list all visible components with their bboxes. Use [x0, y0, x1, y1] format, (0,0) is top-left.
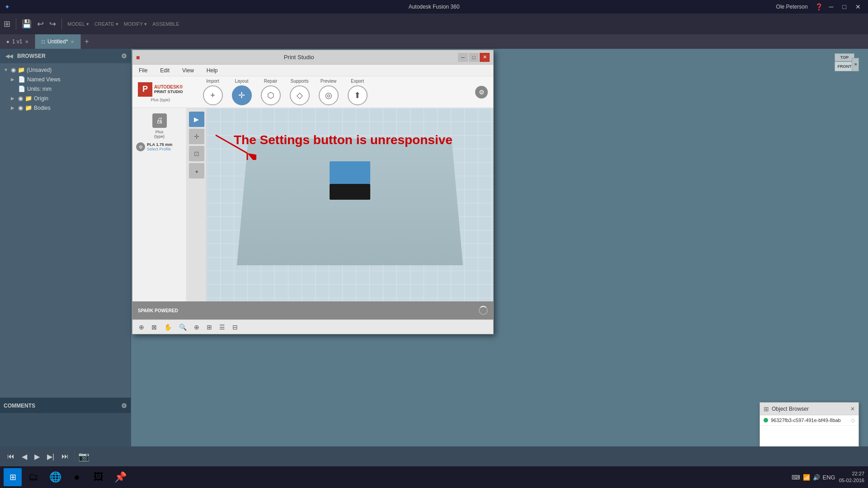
toolbar-row: ⊞ 💾 ↩ ↪ MODEL ▾ CREATE ▾ MODIFY ▾ ASSEMB… [0, 14, 868, 34]
ps-tool-export: Export ⬆ [348, 79, 368, 105]
ps-bt-view[interactable]: ⊟ [230, 323, 241, 332]
modify-btn[interactable]: MODIFY ▾ [124, 21, 147, 27]
toolbar-sep-2 [61, 19, 62, 29]
redo-icon[interactable]: ↪ [49, 19, 56, 29]
viewport-area: TOP FRONT R ■ Print Studio ─ □ ✕ File Ed… [131, 49, 868, 488]
sidebar-nav-arrows: ◀◀ [4, 52, 14, 60]
ob-icon: ⊞ [764, 405, 769, 413]
taskbar-browser[interactable]: 🌐 [45, 467, 65, 487]
tab-1v1-close[interactable]: ✕ [25, 39, 28, 44]
ps-tool-scale-btn[interactable]: ⊡ [189, 146, 204, 161]
tree-item-root[interactable]: ▼ ◉ 📁 (Unsaved) [0, 65, 131, 75]
maximize-btn[interactable]: □ [840, 3, 849, 10]
ps-tool-buttons: Import + Layout ✛ Repair ⬡ Supports ◇ [199, 79, 371, 105]
ps-bt-pan[interactable]: ✋ [161, 323, 175, 332]
new-tab-btn[interactable]: + [81, 38, 92, 46]
ps-tool-repair-btn[interactable]: ⬡ [261, 85, 281, 105]
ps-settings-btn[interactable]: ⚙ [475, 86, 488, 99]
tree-expand-origin[interactable]: ▶ [11, 96, 16, 101]
ps-bt-layers[interactable]: ☰ [217, 323, 228, 332]
ps-title-bar: ■ Print Studio ─ □ ✕ [132, 50, 493, 65]
ps-menu-help[interactable]: Help [204, 66, 221, 75]
tree-label-units: Units: mm [27, 86, 127, 92]
ps-menu-view[interactable]: View [179, 66, 197, 75]
ps-menu-file[interactable]: File [136, 66, 150, 75]
nav-play-btn[interactable]: ▶ [33, 450, 42, 463]
ps-tool-move-btn[interactable]: ✛ [189, 129, 204, 144]
ps-menu-edit[interactable]: Edit [157, 66, 172, 75]
ps-3d-object[interactable] [330, 161, 370, 197]
main-area: ◀◀ BROWSER ⚙ ▼ ◉ 📁 (Unsaved) ▶ 📄 Named V… [0, 49, 868, 488]
sidebar-back-btn[interactable]: ◀◀ [4, 52, 14, 60]
ps-tool-orient-btn[interactable]: ⬥ [189, 163, 204, 178]
ps-tool-import-btn[interactable]: + [203, 85, 223, 105]
tree-expand-bodies[interactable]: ▶ [11, 105, 16, 110]
ob-title-bar: ⊞ Object Browser ✕ [760, 403, 859, 415]
assemble-btn[interactable]: ASSEMBLE [152, 21, 179, 27]
taskbar-file-explorer[interactable]: 🗂 [24, 467, 43, 487]
pin-icon: 📌 [114, 471, 127, 483]
ps-select-profile-btn[interactable]: Select Profile [147, 147, 172, 151]
ps-minimize-btn[interactable]: ─ [458, 53, 468, 62]
tree-item-origin[interactable]: ▶ ◉ 📁 Origin [0, 94, 131, 103]
ps-left-tools: ▶ ✛ ⊡ ⬥ [187, 108, 207, 301]
tree-expand-named-views[interactable]: ▶ [11, 77, 16, 82]
taskbar-right: ⌨ 📶 🔊 ENG 22:27 05-02-2016 [792, 470, 864, 484]
ps-bt-grid[interactable]: ⊞ [204, 323, 215, 332]
ps-bt-box[interactable]: ⊠ [149, 323, 160, 332]
clock-date: 05-02-2016 [839, 477, 864, 484]
ps-close-btn[interactable]: ✕ [480, 53, 490, 62]
sys-tray: ⌨ 📶 🔊 ENG [792, 474, 835, 481]
nav-last-btn[interactable]: ⏭ [60, 450, 71, 462]
tab-untitled[interactable]: □ Untitled* ✕ [35, 34, 81, 49]
ps-tool-select-btn[interactable]: ▶ [189, 112, 204, 127]
tree-item-named-views[interactable]: ▶ 📄 Named Views [0, 75, 131, 84]
ob-close-btn[interactable]: ✕ [850, 406, 855, 412]
ps-tool-layout-btn[interactable]: ✛ [232, 85, 252, 105]
taskbar-photos[interactable]: 🖼 [89, 467, 108, 487]
create-btn[interactable]: CREATE ▾ [94, 21, 118, 27]
ps-tool-export-btn[interactable]: ⬆ [348, 85, 368, 105]
ps-tool-repair: Repair ⬡ [261, 79, 281, 105]
model-btn[interactable]: MODEL ▾ [67, 21, 89, 27]
ps-printer-label: Plus(type) [154, 130, 165, 139]
tab-1v1[interactable]: ● 1 v1 ✕ [0, 34, 35, 49]
ob-item-row[interactable]: 96327fb3-c597-491e-bf49-8bab ◇ [760, 415, 859, 426]
apps-grid-icon[interactable]: ⊞ [4, 19, 10, 29]
comments-settings-icon[interactable]: ⚙ [121, 402, 127, 409]
taskbar-clock: 22:27 05-02-2016 [839, 470, 864, 484]
close-btn[interactable]: ✕ [853, 3, 863, 10]
taskbar-start-btn[interactable]: ⊞ [4, 468, 22, 486]
ps-bt-zoomfit[interactable]: ⊕ [191, 323, 202, 332]
undo-icon[interactable]: ↩ [37, 19, 44, 29]
clock-time: 22:27 [839, 470, 864, 477]
taskbar-fusion[interactable]: ● [67, 467, 87, 487]
tab-untitled-close[interactable]: ✕ [71, 39, 74, 44]
ps-printer-icon[interactable]: 🖨 [152, 113, 167, 128]
tree-item-units[interactable]: ▶ 📄 Units: mm [0, 84, 131, 94]
ps-loading-area [479, 306, 488, 315]
tab-1v1-label: 1 v1 [12, 38, 23, 45]
user-label: Ole Peterson [776, 4, 808, 10]
ps-bt-cursor[interactable]: ⊕ [136, 323, 147, 332]
help-btn[interactable]: ❓ [815, 3, 823, 10]
tree-item-bodies[interactable]: ▶ ◉ 📁 Bodies [0, 103, 131, 113]
ps-tool-layout: Layout ✛ [232, 79, 252, 105]
ps-maximize-btn[interactable]: □ [469, 53, 479, 62]
left-sidebar: ◀◀ BROWSER ⚙ ▼ ◉ 📁 (Unsaved) ▶ 📄 Named V… [0, 49, 131, 488]
ps-tool-supports-label: Supports [291, 79, 309, 84]
ps-tool-supports-btn[interactable]: ◇ [290, 85, 310, 105]
ps-tool-preview-btn[interactable]: ◎ [319, 85, 339, 105]
taskbar-pin[interactable]: 📌 [110, 467, 130, 487]
nav-camera-icon[interactable]: 📷 [78, 451, 90, 462]
nav-prev-btn[interactable]: ◀ [20, 450, 29, 463]
sidebar-settings-icon[interactable]: ⚙ [121, 52, 127, 60]
browser-label: BROWSER [17, 53, 46, 59]
save-icon[interactable]: 💾 [22, 19, 32, 29]
nav-first-btn[interactable]: ⏮ [5, 450, 16, 462]
ps-bt-zoom[interactable]: 🔍 [176, 323, 189, 332]
tree-expand-root[interactable]: ▼ [4, 67, 9, 72]
minimize-btn[interactable]: ─ [826, 3, 836, 10]
nav-next-btn[interactable]: ▶| [45, 450, 56, 463]
ps-viewport[interactable]: The Settings button is unresponsive [207, 108, 493, 301]
